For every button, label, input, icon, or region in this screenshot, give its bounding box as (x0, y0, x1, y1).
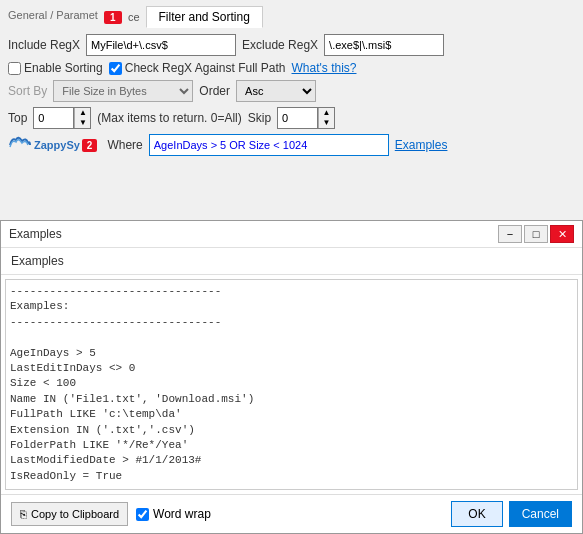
exclude-input[interactable] (324, 34, 444, 56)
exclude-label: Exclude RegX (242, 38, 318, 52)
window-title: Examples (9, 227, 62, 241)
logo-badge: 2 (82, 139, 98, 152)
enable-sorting-checkbox[interactable] (8, 62, 21, 75)
window-titlebar: Examples − □ ✕ (1, 221, 582, 248)
top-spinner-btns: ▲ ▼ (73, 107, 91, 129)
checkbox-row: Enable Sorting Check RegX Against Full P… (8, 61, 575, 75)
skip-increment[interactable]: ▲ (318, 108, 334, 118)
sort-row: Sort By File Size in Bytes Order Asc (8, 80, 575, 102)
check-regex-group: Check RegX Against Full Path (109, 61, 286, 75)
where-input[interactable] (149, 134, 389, 156)
window-body: Examples ↓ (1, 248, 582, 494)
logo-area: ZappySy 2 (8, 135, 97, 155)
examples-header-label: Examples (11, 254, 64, 268)
top-input[interactable] (33, 107, 73, 129)
top-decrement[interactable]: ▼ (74, 118, 90, 128)
include-row: Include RegX Exclude RegX (8, 34, 575, 56)
filter-tab[interactable]: Filter and Sorting (146, 6, 263, 28)
copy-to-clipboard-button[interactable]: ⎘ Copy to Clipboard (11, 502, 128, 526)
cancel-button[interactable]: Cancel (509, 501, 572, 527)
word-wrap-group: Word wrap (136, 507, 211, 521)
skip-spinner: ▲ ▼ (277, 107, 335, 129)
order-label: Order (199, 84, 230, 98)
examples-textarea[interactable] (5, 279, 578, 490)
skip-input[interactable] (277, 107, 317, 129)
top-label: Top (8, 111, 27, 125)
whats-this-link[interactable]: What's this? (292, 61, 357, 75)
badge-1: 1 (104, 11, 122, 24)
footer-left: ⎘ Copy to Clipboard Word wrap (11, 502, 211, 526)
sort-by-label: Sort By (8, 84, 47, 98)
enable-sorting-group: Enable Sorting (8, 61, 103, 75)
include-label: Include RegX (8, 38, 80, 52)
footer-right: OK Cancel (451, 501, 572, 527)
where-row: ZappySy 2 Where Examples (8, 134, 575, 156)
window-controls: − □ ✕ (498, 225, 574, 243)
word-wrap-checkbox[interactable] (136, 508, 149, 521)
ok-button[interactable]: OK (451, 501, 502, 527)
restore-button[interactable]: □ (524, 225, 548, 243)
logo-text: ZappySy (34, 139, 80, 151)
examples-header-row: Examples ↓ (1, 248, 582, 275)
check-regex-label: Check RegX Against Full Path (125, 61, 286, 75)
copy-label: Copy to Clipboard (31, 508, 119, 520)
examples-link[interactable]: Examples (395, 138, 448, 152)
top-panel: General / Paramet 1 ce Filter and Sortin… (0, 0, 583, 160)
check-regex-checkbox[interactable] (109, 62, 122, 75)
top-skip-row: Top ▲ ▼ (Max items to return. 0=All) Ski… (8, 107, 575, 129)
sort-by-select[interactable]: File Size in Bytes (53, 80, 193, 102)
max-items-label: (Max items to return. 0=All) (97, 111, 241, 125)
skip-label: Skip (248, 111, 271, 125)
examples-window: Examples − □ ✕ Examples ↓ ⎘ Copy to Clip… (0, 220, 583, 534)
text-area-container (1, 275, 582, 494)
window-footer: ⎘ Copy to Clipboard Word wrap OK Cancel (1, 494, 582, 533)
close-button[interactable]: ✕ (550, 225, 574, 243)
skip-decrement[interactable]: ▼ (318, 118, 334, 128)
copy-icon: ⎘ (20, 508, 27, 520)
breadcrumb: General / Paramet (8, 9, 98, 21)
word-wrap-label: Word wrap (153, 507, 211, 521)
top-increment[interactable]: ▲ (74, 108, 90, 118)
enable-sorting-label: Enable Sorting (24, 61, 103, 75)
skip-spinner-btns: ▲ ▼ (317, 107, 335, 129)
where-label: Where (107, 138, 142, 152)
logo-icon (8, 135, 32, 155)
minimize-button[interactable]: − (498, 225, 522, 243)
order-select[interactable]: Asc (236, 80, 316, 102)
header-row: General / Paramet 1 ce Filter and Sortin… (8, 6, 575, 28)
ce-label: ce (128, 11, 140, 23)
top-spinner: ▲ ▼ (33, 107, 91, 129)
include-input[interactable] (86, 34, 236, 56)
